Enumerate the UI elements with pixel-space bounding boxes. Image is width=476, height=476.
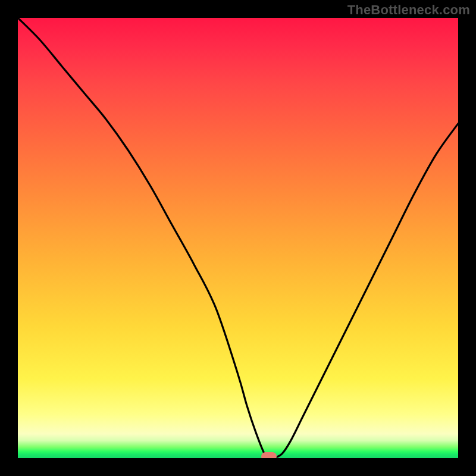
bottleneck-curve [18,18,458,458]
watermark-text: TheBottleneck.com [347,2,470,18]
plot-area [18,18,458,458]
optimal-point-marker [261,452,277,458]
chart-frame: TheBottleneck.com [0,0,476,476]
bottleneck-curve-svg [18,18,458,458]
